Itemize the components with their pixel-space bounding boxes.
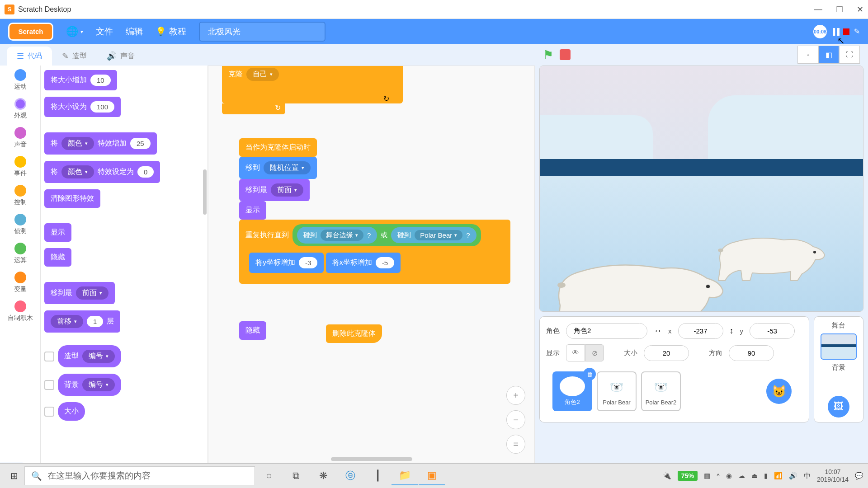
tray-expand-icon[interactable]: ^ — [717, 472, 720, 480]
category-events[interactable]: 事件 — [14, 156, 27, 178]
palette-scrollbar[interactable] — [203, 169, 207, 215]
pause-icon[interactable]: ▌▌ — [833, 28, 842, 35]
tab-sounds[interactable]: 🔊声音 — [97, 47, 145, 66]
block-delete-clone[interactable]: 删除此克隆体 — [326, 324, 382, 343]
sprite-y-input[interactable] — [750, 323, 795, 339]
tray-cloud-icon[interactable]: ☁ — [738, 472, 745, 480]
tab-code[interactable]: ☰代码 — [7, 47, 52, 66]
hide-sprite-button[interactable]: ⊘ — [585, 344, 604, 361]
block-goto-random[interactable]: 移到随机位置 — [239, 157, 317, 179]
zoom-out-button[interactable]: − — [506, 410, 525, 429]
stop-button[interactable] — [560, 49, 571, 60]
ime-indicator[interactable]: 中 — [804, 472, 811, 480]
stage-small-button[interactable]: ▫ — [797, 46, 818, 64]
block-hide-ws[interactable]: 隐藏 — [239, 321, 266, 340]
script-workspace[interactable]: 克隆自己 ↻ ↻ 当作为克隆体启动时 移到随机位置 移到最前面 显示 重复执行直… — [208, 66, 535, 463]
category-myblocks[interactable]: 自制积木 — [8, 300, 33, 322]
block-change-x[interactable]: 将x坐标增加-5 — [326, 253, 401, 273]
taskbar-clock[interactable]: 10:07 2019/10/14 — [817, 468, 849, 483]
category-looks[interactable]: 外观 — [14, 98, 27, 120]
tray-icon-2[interactable]: ◉ — [726, 472, 732, 480]
show-sprite-button[interactable]: 👁 — [566, 344, 585, 361]
stop-record-button[interactable] — [843, 28, 849, 35]
block-when-clone-starts[interactable]: 当作为克隆体启动时 — [239, 138, 317, 157]
taskbar-search[interactable]: 🔍在这里输入你要搜索的内容 — [24, 466, 255, 485]
category-motion[interactable]: 运动 — [14, 69, 27, 91]
tray-battery-icon[interactable]: ▮ — [764, 472, 768, 480]
close-button[interactable]: ✕ — [857, 5, 863, 14]
taskview-icon[interactable]: ⧉ — [283, 466, 309, 485]
block-palette[interactable]: 将大小增加10 将大小设为100 将颜色特效增加25 将颜色特效设定为0 清除图… — [41, 66, 208, 463]
block-set-effect[interactable]: 将颜色特效设定为0 — [44, 161, 160, 183]
sprite-x-input[interactable] — [678, 323, 723, 339]
block-goto-front[interactable]: 移到最前面 — [239, 179, 310, 201]
battery-percent[interactable]: 75% — [678, 471, 698, 481]
menu-file[interactable]: 文件 — [96, 26, 113, 38]
stage-thumbnail[interactable] — [821, 333, 857, 360]
block-change-y[interactable]: 将y坐标增加-3 — [249, 253, 324, 273]
sprite-polar-bear[interactable] — [549, 233, 730, 312]
taskbar-explorer[interactable]: 📁 — [392, 466, 418, 485]
sensing-touching-bear[interactable]: 碰到Polar Bear? — [391, 227, 476, 243]
delete-sprite-button[interactable]: 🗑 — [583, 368, 596, 380]
minimize-button[interactable]: — — [814, 5, 822, 14]
category-variables[interactable]: 变量 — [14, 272, 27, 293]
stage-fullscreen-button[interactable]: ⛶ — [839, 46, 860, 64]
block-show-ws[interactable]: 显示 — [239, 201, 266, 220]
stage-large-button[interactable]: ◧ — [818, 46, 839, 64]
tray-volume-icon[interactable]: 🔊 — [789, 472, 797, 480]
notification-icon[interactable]: 💬 — [855, 472, 863, 480]
block-show[interactable]: 显示 — [44, 223, 71, 242]
tray-usb-icon[interactable]: ⏏ — [751, 472, 758, 480]
category-sound[interactable]: 声音 — [14, 127, 27, 149]
power-icon[interactable]: 🔌 — [663, 472, 671, 480]
menu-edit[interactable]: 编辑 — [126, 26, 143, 38]
menu-tutorials[interactable]: 💡教程 — [156, 26, 186, 38]
taskbar-app-1[interactable]: ❋ — [310, 466, 336, 485]
block-go-layers[interactable]: 前移1层 — [44, 310, 120, 333]
tray-icon-1[interactable]: ▦ — [704, 472, 710, 480]
category-control[interactable]: 控制 — [14, 185, 27, 206]
workspace-scrollbar-h[interactable] — [331, 457, 412, 461]
reporter-backdrop[interactable]: 背景编号 — [58, 374, 121, 396]
block-change-size-by[interactable]: 将大小增加10 — [44, 70, 117, 90]
tray-wifi-icon[interactable]: 📶 — [774, 472, 783, 480]
sprite-tile-1[interactable]: 🗑 角色2 — [552, 371, 592, 411]
taskbar-ie[interactable]: ⓔ — [337, 466, 363, 485]
sprite-tile-3[interactable]: 🐻‍❄️ Polar Bear2 — [641, 371, 681, 411]
language-button[interactable]: 🌐▾ — [66, 26, 83, 38]
backdrop-reporter-checkbox[interactable] — [44, 380, 54, 390]
block-repeat-until[interactable]: 重复执行直到 碰到舞台边缘? 或 碰到Polar Bear? — [239, 220, 487, 251]
green-flag-button[interactable]: ⚑ — [543, 48, 553, 62]
block-set-size-to[interactable]: 将大小设为100 — [44, 97, 121, 117]
block-clear-effects[interactable]: 清除图形特效 — [44, 189, 100, 208]
reporter-size[interactable]: 大小 — [58, 402, 85, 421]
sensing-touching-edge[interactable]: 碰到舞台边缘? — [297, 227, 377, 244]
taskbar-scratch[interactable]: ▣ — [419, 466, 445, 485]
zoom-reset-button[interactable]: = — [506, 435, 525, 454]
operator-or[interactable]: 碰到舞台边缘? 或 碰到Polar Bear? — [292, 224, 481, 246]
add-backdrop-button[interactable]: 🖼 — [828, 396, 849, 418]
reporter-costume[interactable]: 造型编号 — [58, 345, 121, 367]
block-clone[interactable]: 克隆自己 — [228, 68, 279, 81]
costume-reporter-checkbox[interactable] — [44, 352, 54, 361]
maximize-button[interactable]: ☐ — [836, 5, 843, 14]
block-goto-layer[interactable]: 移到最前面 — [44, 282, 115, 304]
sprite-size-input[interactable] — [644, 345, 689, 361]
block-change-effect[interactable]: 将颜色特效增加25 — [44, 132, 157, 155]
project-name-input[interactable]: 北极风光 — [199, 22, 326, 42]
pencil-icon[interactable]: ✎ — [854, 27, 860, 36]
sprite-tile-2[interactable]: 🐻‍❄️ Polar Bear — [597, 371, 637, 411]
stage[interactable] — [539, 66, 863, 312]
sprite-direction-input[interactable] — [729, 345, 774, 361]
block-hide[interactable]: 隐藏 — [44, 248, 71, 267]
category-operators[interactable]: 运算 — [14, 243, 27, 264]
zoom-in-button[interactable]: + — [506, 386, 525, 405]
tab-costumes[interactable]: ✎造型 — [52, 47, 97, 66]
add-sprite-button[interactable]: 😺 — [766, 379, 792, 404]
start-button[interactable]: ⊞ — [5, 467, 24, 485]
category-sensing[interactable]: 侦测 — [14, 214, 27, 235]
sprite-name-input[interactable] — [566, 323, 647, 339]
cortana-icon[interactable]: ○ — [256, 466, 282, 485]
size-reporter-checkbox[interactable] — [44, 407, 54, 417]
